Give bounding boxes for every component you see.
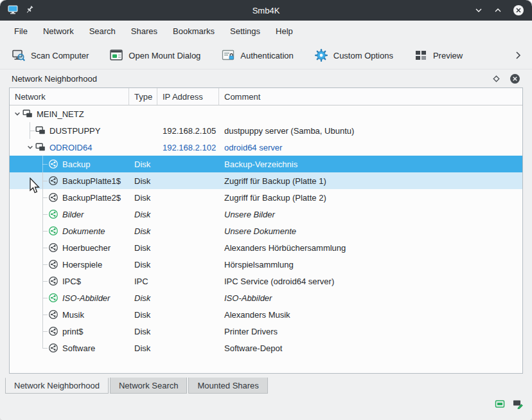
type-cell: Disk [129,243,157,253]
network-neighborhood-dock: Network Neighborhood NetworkTypeIP Addre… [0,69,532,378]
tab-mounted-shares[interactable]: Mounted Shares [188,378,267,394]
tab-network-search[interactable]: Network Search [110,378,187,394]
tree-header: NetworkTypeIP AddressComment [10,88,522,105]
tree-branch [38,289,48,306]
share-icon [48,326,58,336]
share-icon [48,176,58,186]
menu-item-shares[interactable]: Shares [125,23,164,39]
preview-icon [414,48,428,62]
comment-cell: Printer Drivers [219,327,522,336]
host-icon [35,142,46,152]
tree-row-dokumente[interactable]: DokumenteDiskUnsere Dokumente [10,223,522,239]
dock-tabbar: Network NeighborhoodNetwork SearchMounte… [0,378,532,394]
node-label: Musik [62,310,84,320]
expander-chevron-down-icon[interactable] [12,105,22,122]
node-label: BackupPlatte2$ [62,193,121,203]
titlebar[interactable]: Smb4K [0,0,532,21]
node-label: Dokumente [62,226,105,236]
dock-title: Network Neighborhood [12,74,97,84]
comment-cell: Software-Depot [219,343,522,353]
menu-item-settings[interactable]: Settings [224,23,267,39]
app-icon [8,5,18,17]
tree-branch [38,256,48,273]
custom-options-icon [314,48,328,62]
pin-icon[interactable] [24,5,35,17]
type-cell: IPC [129,277,157,286]
type-cell: Disk [129,327,157,336]
toolbar-button-label: Scan Computer [31,51,89,60]
column-header-comment[interactable]: Comment [219,88,522,105]
custom-options-button[interactable]: Custom Options [312,46,396,65]
network-cell: BackupPlatte1$ [10,172,129,189]
tree-row-iso-abbilder[interactable]: ISO-AbbilderDiskISO-Abbilder [10,289,522,306]
share-mounted-icon [48,226,58,236]
smb4k-window: Smb4K FileNetworkSearchSharesBookmarksSe… [0,0,532,420]
tree-row-software[interactable]: SoftwareDiskSoftware-Depot [10,340,522,356]
open-mount-dialog-button[interactable]: Open Mount Dialog [107,46,203,65]
toolbar-buttons: Scan ComputerOpen Mount DialogAuthentica… [9,46,465,65]
tree-body: MEIN_NETZDUSTPUPPY192.168.2.105dustpuppy… [10,105,522,373]
tree-branch [38,206,48,223]
dock-header[interactable]: Network Neighborhood [5,69,527,87]
menu-item-file[interactable]: File [8,23,34,39]
network-cell: Dokumente [10,223,129,239]
statusbar [0,394,532,420]
tree-row-backup[interactable]: BackupDiskBackup-Verzeichnis [10,156,522,172]
network-cell: Bilder [10,206,129,223]
comment-cell: Zugriff für Backup (Platte 1) [219,176,522,186]
network-cell: Backup [10,156,129,172]
node-label: Hoerbuecher [62,243,111,253]
tree-row-musik[interactable]: MusikDiskAlexanders Musik [10,306,522,323]
network-cell: Software [10,340,129,356]
node-label: IPC$ [62,277,81,286]
tree-branch [38,273,48,289]
authentication-button[interactable]: Authentication [218,46,296,65]
maximize-button[interactable] [493,6,502,15]
comment-cell: Backup-Verzeichnis [219,160,522,169]
tab-network-neighborhood[interactable]: Network Neighborhood [5,378,109,394]
tree-row-bilder[interactable]: BilderDiskUnsere Bilder [10,206,522,223]
column-header-type[interactable]: Type [129,88,157,105]
tree-row-mein-netz[interactable]: MEIN_NETZ [10,105,522,122]
open-mount-dialog-icon [109,48,123,62]
tree-row-print-[interactable]: print$DiskPrinter Drivers [10,323,522,340]
close-button[interactable] [513,5,524,16]
column-header-network[interactable]: Network [10,88,129,105]
preview-button[interactable]: Preview [411,46,465,65]
tree-row-hoerbuecher[interactable]: HoerbuecherDiskAlexanders Hörbüchersamml… [10,239,522,256]
column-header-ip-address[interactable]: IP Address [157,88,219,105]
toolbar-button-label: Open Mount Dialog [129,51,200,60]
toolbar-overflow-button[interactable] [510,48,526,63]
menu-item-bookmarks[interactable]: Bookmarks [166,23,221,39]
node-label: Backup [62,160,90,169]
share-icon [48,276,58,286]
menu-item-help[interactable]: Help [269,23,299,39]
network-cell: print$ [10,323,129,340]
menu-item-search[interactable]: Search [83,23,122,39]
type-cell: Disk [129,226,157,236]
network-cell: ODROID64 [10,139,129,156]
tree-branch [38,239,48,256]
tree-row-ipc-[interactable]: IPC$IPCIPC Service (odroid64 server) [10,273,522,289]
minimize-button[interactable] [474,6,483,15]
tree-branch [38,306,48,323]
tree-row-backupplatte1-[interactable]: BackupPlatte1$DiskZugriff für Backup (Pl… [10,172,522,189]
network-cell: BackupPlatte2$ [10,189,129,206]
ip-cell: 192.168.2.102 [157,143,219,152]
expander-chevron-down-icon[interactable] [25,139,35,156]
share-mounted-icon [48,293,58,303]
tree-branch [38,340,48,356]
node-label: ISO-Abbilder [62,293,110,303]
scan-computer-button[interactable]: Scan Computer [9,46,91,65]
close-dock-icon[interactable] [510,73,520,84]
mounted-shares-indicator-icon[interactable] [495,399,505,409]
tree-row-hoerspiele[interactable]: HoerspieleDiskHörspielsammlung [10,256,522,273]
network-edit-icon[interactable] [513,399,523,409]
node-label: print$ [62,327,84,336]
comment-cell: Unsere Dokumente [219,226,522,236]
float-dock-icon[interactable] [492,75,501,83]
menu-item-network[interactable]: Network [37,23,80,39]
tree-row-odroid64[interactable]: ODROID64192.168.2.102odroid64 server [10,139,522,156]
tree-row-dustpuppy[interactable]: DUSTPUPPY192.168.2.105dustpuppy server (… [10,122,522,139]
tree-row-backupplatte2-[interactable]: BackupPlatte2$DiskZugriff für Backup (Pl… [10,189,522,206]
